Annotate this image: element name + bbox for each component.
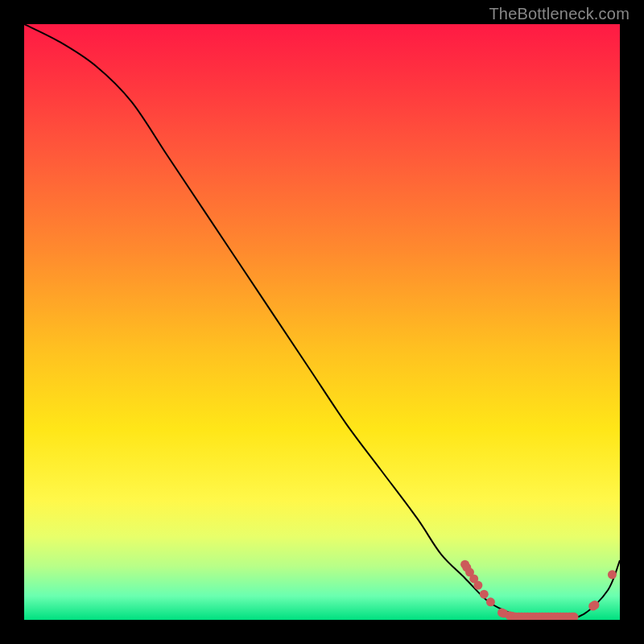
chart-svg: [24, 24, 620, 620]
data-markers: [460, 560, 617, 620]
data-marker: [608, 570, 617, 579]
watermark-text: TheBottleneck.com: [489, 5, 630, 23]
data-marker: [590, 601, 599, 609]
data-marker: [473, 581, 482, 590]
data-marker: [486, 597, 495, 606]
chart-container: TheBottleneck.com: [0, 0, 644, 644]
plot-area: [24, 24, 620, 620]
curve-line: [24, 24, 620, 620]
data-marker: [480, 590, 489, 599]
